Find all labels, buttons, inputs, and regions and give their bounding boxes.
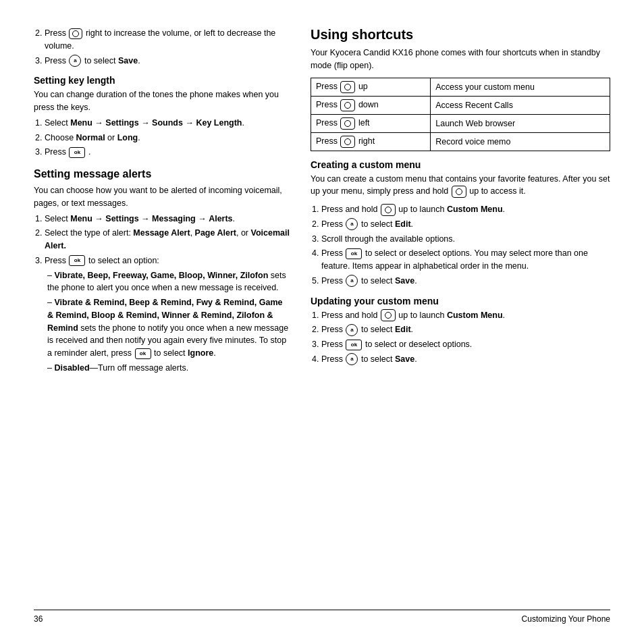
shortcuts-row-right: Press right Record voice memo [311, 132, 610, 151]
creating-step-1: Press and hold up to launch Custom Menu. [321, 203, 610, 216]
shortcuts-row-up-key: Press up [311, 78, 431, 96]
nav-icon-create [452, 186, 466, 198]
alerts-bullet-2: Vibrate & Remind, Beep & Remind, Fwy & R… [47, 296, 290, 360]
footer-title: Customizing Your Phone [522, 614, 610, 624]
creating-step-3: Scroll through the available options. [321, 233, 610, 246]
footer: 36 Customizing Your Phone [34, 610, 610, 624]
setting-key-length-desc: You can change duration of the tones the… [34, 88, 290, 114]
alerts-step-2: Select the type of alert: Message Alert,… [45, 227, 290, 252]
alerts-step-3: Press ok to select an option: [45, 254, 290, 267]
intro-step-3: Press a to select Save. [45, 55, 290, 68]
setting-key-length-heading: Setting key length [34, 75, 290, 86]
shortcuts-row-left-key: Press left [311, 114, 431, 132]
using-shortcuts-heading: Using shortcuts [311, 27, 610, 43]
creating-desc2: up to access it. [469, 186, 525, 196]
creating-custom-menu-heading: Creating a custom menu [311, 159, 610, 170]
ok-icon-c2: a [346, 218, 358, 230]
press-label: Press [45, 28, 66, 38]
page: Press right to increase the volume, or l… [0, 0, 644, 644]
updating-step-2: Press a to select Edit. [321, 323, 610, 336]
creating-step-5: Press a to select Save. [321, 275, 610, 288]
alerts-step-1: Select Menu → Settings → Messaging → Ale… [45, 213, 290, 225]
ok-icon-u4: a [346, 353, 358, 365]
nav-icon-right [340, 136, 355, 148]
updating-steps: Press and hold up to launch Custom Menu.… [321, 309, 610, 366]
shortcuts-row-down: Press down Access Recent Calls [311, 96, 610, 114]
setting-message-alerts-heading: Setting message alerts [34, 168, 290, 180]
nav-icon-down [340, 99, 355, 111]
left-column: Press right to increase the volume, or l… [34, 27, 290, 603]
alerts-bullet-3: Disabled—Turn off message alerts. [47, 362, 290, 375]
right-column: Using shortcuts Your Kyocera Candid KX16… [311, 27, 610, 603]
shortcuts-row-right-action: Record voice memo [431, 132, 610, 151]
key-length-step-3: Press ok . [45, 146, 290, 159]
page-number: 36 [34, 614, 43, 624]
ok-icon-ignore: ok [135, 348, 151, 359]
shortcuts-row-left-action: Launch Web browser [431, 114, 610, 132]
using-shortcuts-desc: Your Kyocera Candid KX16 phone comes wit… [311, 47, 610, 72]
shortcuts-row-up: Press up Access your custom menu [311, 78, 610, 96]
nav-icon-c1 [381, 204, 396, 216]
ok-icon-alerts: ok [69, 255, 85, 266]
nav-icon [69, 28, 82, 39]
nav-icon-u1 [381, 309, 396, 321]
creating-custom-menu-desc: You can create a custom menu that contai… [311, 173, 610, 198]
nav-icon-left [340, 117, 355, 130]
press-label-3: Press [45, 56, 66, 65]
content-area: Press right to increase the volume, or l… [34, 27, 610, 603]
ok-icon-c5: a [346, 275, 358, 287]
key-length-step-1: Select Menu → Settings → Sounds → Key Le… [45, 117, 290, 130]
shortcuts-row-down-action: Access Recent Calls [431, 96, 610, 114]
setting-message-alerts-steps: Select Menu → Settings → Messaging → Ale… [45, 213, 290, 267]
alerts-bullet-1: Vibrate, Beep, Freeway, Game, Bloop, Win… [47, 269, 290, 295]
updating-custom-menu-heading: Updating your custom menu [311, 296, 610, 306]
shortcuts-row-right-key: Press right [311, 132, 431, 151]
creating-step-2: Press a to select Edit. [321, 218, 610, 231]
key-length-step-2: Choose Normal or Long. [45, 132, 290, 144]
shortcuts-row-up-action: Access your custom menu [431, 78, 610, 96]
alerts-bullets: Vibrate, Beep, Freeway, Game, Bloop, Win… [47, 269, 290, 375]
creating-steps: Press and hold up to launch Custom Menu.… [321, 203, 610, 288]
ok-icon-step3: ok [69, 147, 85, 158]
ok-icon-u2: a [346, 324, 358, 336]
save-word: Save [118, 56, 138, 65]
ok-icon-c4: ok [346, 248, 362, 259]
ok-icon-u3: ok [346, 340, 362, 350]
updating-step-1: Press and hold up to launch Custom Menu. [321, 309, 610, 322]
creating-step-4: Press ok to select or deselect options. … [321, 247, 610, 273]
setting-key-length-steps: Select Menu → Settings → Sounds → Key Le… [45, 117, 290, 159]
updating-step-4: Press a to select Save. [321, 353, 610, 366]
setting-message-alerts-desc: You can choose how you want to be alerte… [34, 184, 290, 210]
to-select: to select [84, 56, 116, 65]
nav-icon-up [340, 81, 355, 93]
intro-steps: Press right to increase the volume, or l… [45, 27, 290, 67]
ok-icon-small: a [69, 55, 81, 67]
intro-step-2: Press right to increase the volume, or l… [45, 27, 290, 53]
updating-step-3: Press ok to select or deselect options. [321, 338, 610, 351]
shortcuts-row-left: Press left Launch Web browser [311, 114, 610, 132]
shortcuts-table: Press up Access your custom menu Press d… [311, 78, 610, 151]
shortcuts-row-down-key: Press down [311, 96, 431, 114]
